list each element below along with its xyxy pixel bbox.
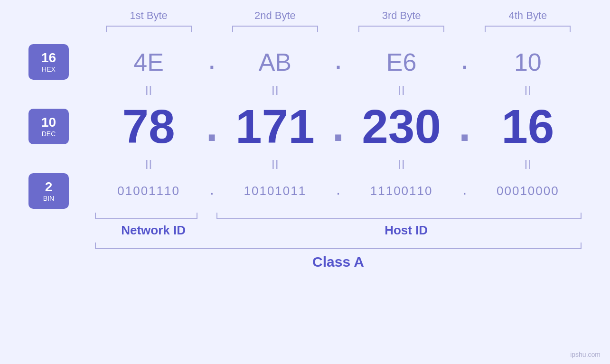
eq-2-2: II (221, 156, 328, 173)
hex-dot-1: . (202, 51, 221, 74)
hex-badge-label: HEX (42, 65, 56, 73)
byte-col-1: 1st Byte (95, 9, 202, 32)
id-labels-row: Network ID Host ID (95, 223, 582, 238)
bracket-top-1 (106, 26, 192, 32)
byte-header-2: 2nd Byte (254, 9, 296, 22)
eq-1-1: II (95, 82, 202, 99)
watermark: ipshu.com (570, 351, 601, 358)
byte-col-4: 4th Byte (474, 9, 582, 32)
host-id-cell: Host ID (231, 223, 582, 238)
hex-dot-3: . (455, 51, 474, 74)
class-label-container: Class A (95, 254, 582, 270)
hex-val-2: AB (221, 48, 328, 76)
dec-dot-1: . (202, 102, 221, 151)
host-bracket (216, 213, 582, 219)
byte-header-3: 3rd Byte (382, 9, 421, 22)
hex-val-4: 10 (474, 48, 582, 76)
dec-val-4: 16 (474, 99, 582, 154)
hex-badge-cell: 16 HEX (28, 44, 95, 80)
bin-badge-cell: 2 BIN (28, 173, 95, 209)
class-section: Class A (28, 243, 582, 270)
host-id-label: Host ID (385, 223, 428, 238)
id-brackets-row (95, 213, 582, 219)
eq-1-4: II (474, 82, 582, 99)
hex-val-3: E6 (348, 48, 455, 76)
bin-dot-1: . (202, 185, 221, 197)
network-id-cell: Network ID (95, 223, 231, 238)
dec-row: 10 DEC 78 . 171 . 230 . 16 (28, 99, 582, 154)
host-bracket-container (216, 213, 582, 219)
byte-header-1: 1st Byte (130, 9, 167, 22)
main-container: 1st Byte 2nd Byte 3rd Byte 4th Byte (0, 0, 610, 364)
equals-inner-1: II II II II (95, 82, 582, 99)
bracket-top-4 (485, 26, 571, 32)
equals-row-2: II II II II (28, 156, 582, 173)
bin-row: 2 BIN 01001110 . 10101011 . 11100110 . 0 (28, 173, 582, 209)
dec-badge-cell: 10 DEC (28, 109, 95, 144)
bin-badge-label: BIN (43, 195, 54, 202)
eq-2-3: II (348, 156, 455, 173)
bracket-top-3 (358, 26, 444, 32)
byte-col-2: 2nd Byte (221, 9, 328, 32)
eq-2-4: II (474, 156, 582, 173)
bin-val-1: 01001110 (95, 184, 202, 198)
bin-val-2: 10101011 (221, 184, 328, 198)
bin-badge-number: 2 (45, 180, 53, 194)
network-bracket (95, 213, 197, 219)
hex-badge-number: 16 (41, 51, 56, 65)
dec-dot-2: . (329, 102, 348, 151)
dec-val-1: 78 (95, 99, 202, 154)
hex-dot-2: . (329, 51, 348, 74)
dec-badge: 10 DEC (28, 109, 69, 144)
network-bracket-container (95, 213, 216, 219)
equals-inner-2: II II II II (95, 156, 582, 173)
bin-dot-3: . (455, 185, 474, 197)
dec-values: 78 . 171 . 230 . 16 (95, 99, 582, 154)
class-bracket (95, 243, 582, 249)
hex-val-1: 4E (95, 48, 202, 76)
network-id-label: Network ID (121, 223, 186, 238)
eq-2-1: II (95, 156, 202, 173)
byte-headers-row: 1st Byte 2nd Byte 3rd Byte 4th Byte (28, 9, 582, 32)
id-brackets-labels: Network ID Host ID (95, 213, 582, 238)
main-grid: 16 HEX 4E . AB . E6 . 10 (28, 37, 582, 359)
equals-row-1: II II II II (28, 82, 582, 99)
bin-badge: 2 BIN (28, 173, 69, 209)
eq-1-3: II (348, 82, 455, 99)
bin-dot-2: . (329, 185, 348, 197)
dec-badge-number: 10 (41, 116, 56, 129)
id-section: Network ID Host ID (28, 213, 582, 238)
dec-val-2: 171 (221, 99, 328, 154)
bracket-top-2 (232, 26, 318, 32)
byte-headers-inner: 1st Byte 2nd Byte 3rd Byte 4th Byte (95, 9, 582, 32)
byte-header-4: 4th Byte (509, 9, 547, 22)
bin-val-4: 00010000 (474, 184, 582, 198)
class-label: Class A (312, 254, 364, 270)
hex-row: 16 HEX 4E . AB . E6 . 10 (28, 44, 582, 80)
eq-1-2: II (221, 82, 328, 99)
hex-values: 4E . AB . E6 . 10 (95, 48, 582, 76)
bin-values: 01001110 . 10101011 . 11100110 . 0001000… (95, 184, 582, 198)
dec-val-3: 230 (348, 99, 455, 154)
hex-badge: 16 HEX (28, 44, 69, 80)
byte-col-3: 3rd Byte (348, 9, 455, 32)
dec-dot-3: . (455, 102, 474, 151)
dec-badge-label: DEC (42, 130, 56, 138)
bin-val-3: 11100110 (348, 184, 455, 198)
